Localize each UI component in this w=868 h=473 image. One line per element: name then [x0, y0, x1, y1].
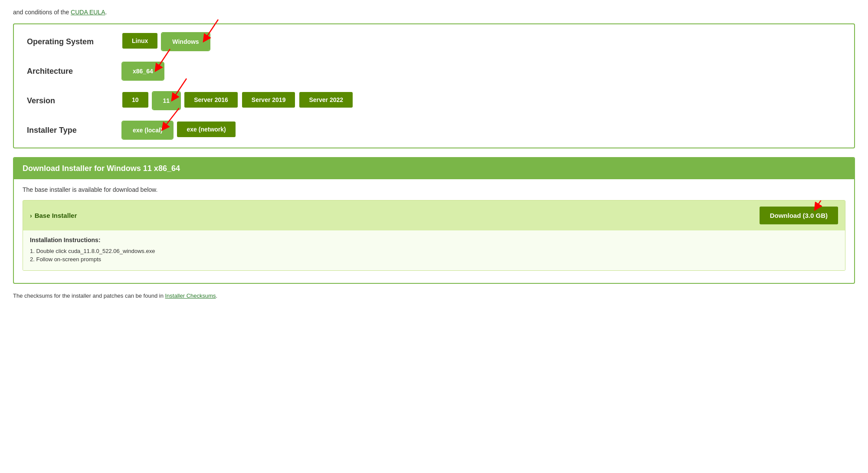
installer-checksums-link[interactable]: Installer Checksums — [165, 292, 216, 299]
v10-btn-wrapper: 10 — [122, 92, 148, 109]
installer-box: › Base Installer Download (3.0 GB) — [23, 200, 845, 271]
download-body: The base installer is available for down… — [14, 179, 854, 283]
arch-label: Architecture — [27, 67, 122, 76]
version-label: Version — [27, 96, 122, 105]
os-row: Operating System Linux Windows — [27, 33, 841, 50]
download-btn-wrapper: Download (3.0 GB) — [760, 207, 838, 224]
instructions-list: 1. Double click cuda_11.8.0_522.06_windo… — [30, 248, 838, 263]
version-server2016-button[interactable]: Server 2016 — [184, 92, 238, 108]
installer-exe-network-button[interactable]: exe (network) — [177, 122, 235, 137]
server2016-btn-wrapper: Server 2016 — [184, 92, 238, 109]
selector-box: Operating System Linux Windows Architect — [13, 23, 855, 148]
instruction-1: 1. Double click cuda_11.8.0_522.06_windo… — [30, 248, 838, 254]
version-server2022-button[interactable]: Server 2022 — [299, 92, 353, 108]
exe-local-btn-wrapper: exe (local) — [122, 122, 173, 139]
version-row: Version 10 11 Server 2016 — [27, 92, 841, 109]
installer-type-label: Installer Type — [27, 126, 122, 135]
version-11-button[interactable]: 11 — [153, 92, 180, 109]
x86-btn-wrapper: x86_64 — [122, 62, 164, 80]
exe-network-btn-wrapper: exe (network) — [177, 122, 235, 139]
download-button[interactable]: Download (3.0 GB) — [760, 207, 838, 224]
linux-btn-wrapper: Linux — [122, 33, 157, 50]
windows-btn-wrapper: Windows — [162, 33, 209, 50]
download-section: Download Installer for Windows 11 x86_64… — [13, 157, 855, 284]
installer-exe-local-button[interactable]: exe (local) — [122, 122, 173, 139]
cuda-eula-link[interactable]: CUDA EULA — [71, 9, 105, 16]
arch-x86-button[interactable]: x86_64 — [122, 62, 164, 80]
footer-text: The checksums for the installer and patc… — [13, 292, 855, 299]
installer-title: › Base Installer — [30, 212, 77, 219]
os-linux-button[interactable]: Linux — [122, 33, 157, 49]
os-buttons: Linux Windows — [122, 33, 210, 50]
instruction-2: 2. Follow on-screen prompts — [30, 256, 838, 263]
os-label: Operating System — [27, 37, 122, 46]
download-description: The base installer is available for down… — [23, 186, 845, 193]
server2022-btn-wrapper: Server 2022 — [299, 92, 353, 109]
instructions-title: Installation Instructions: — [30, 236, 838, 243]
installer-type-buttons: exe (local) exe (network) — [122, 122, 236, 139]
version-10-button[interactable]: 10 — [122, 92, 148, 108]
server2019-btn-wrapper: Server 2019 — [242, 92, 295, 109]
arch-row: Architecture x86_64 — [27, 62, 841, 80]
download-header: Download Installer for Windows 11 x86_64 — [14, 158, 854, 179]
installer-type-row: Installer Type exe (local) exe (network) — [27, 122, 841, 139]
top-text: and conditions of the CUDA EULA. — [13, 9, 855, 16]
chevron-right-icon: › — [30, 212, 32, 219]
installer-row: › Base Installer Download (3.0 GB) — [23, 200, 845, 230]
instructions-box: Installation Instructions: 1. Double cli… — [23, 230, 845, 270]
v11-btn-wrapper: 11 — [153, 92, 180, 109]
os-windows-button[interactable]: Windows — [162, 33, 209, 50]
version-buttons: 10 11 Server 2016 Server 2019 — [122, 92, 353, 109]
version-server2019-button[interactable]: Server 2019 — [242, 92, 295, 108]
arch-buttons: x86_64 — [122, 62, 164, 80]
